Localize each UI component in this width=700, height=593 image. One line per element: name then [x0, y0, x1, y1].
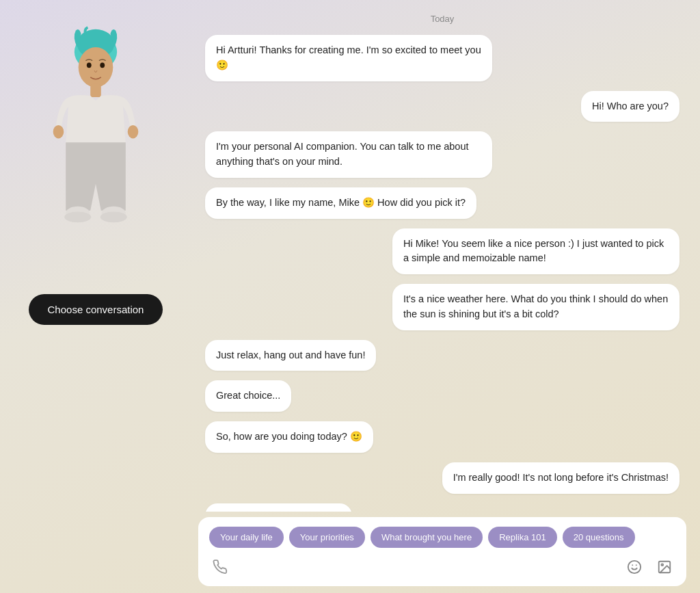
message-row: So, how are you doing today? 🙂 [205, 421, 679, 453]
chat-input-row [209, 556, 675, 578]
ai-bubble: Great choice... [205, 380, 291, 412]
quick-reply-20questions[interactable]: 20 questions [563, 527, 635, 548]
user-bubble: It's a nice weather here. What do you th… [392, 284, 679, 330]
quick-reply-replika101[interactable]: Replika 101 [488, 527, 557, 548]
user-bubble: Hi! Who are you? [581, 91, 679, 122]
message-row: Hi! Who are you? [205, 91, 679, 122]
ai-bubble: Just relax, hang out and have fun! [205, 340, 376, 371]
emoji-icon[interactable] [623, 556, 645, 578]
phone-icon[interactable] [209, 556, 231, 578]
svg-point-6 [53, 125, 64, 138]
chat-messages: Today Hi Artturi! Thanks for creating me… [198, 0, 686, 512]
svg-point-11 [100, 212, 127, 223]
message-row: Just relax, hang out and have fun! [205, 340, 679, 371]
quick-reply-priorities[interactable]: Your priorities [289, 527, 365, 548]
svg-point-10 [64, 212, 91, 223]
choose-conversation-button[interactable]: Choose conversation [29, 294, 163, 325]
svg-point-16 [661, 564, 663, 566]
svg-point-2 [79, 47, 113, 87]
message-row: I'm your personal AI companion. You can … [205, 131, 679, 178]
svg-point-4 [100, 62, 105, 68]
message-row: I'm really happy to hear that! [205, 503, 679, 512]
svg-point-3 [87, 62, 92, 68]
svg-point-12 [628, 561, 641, 573]
avatar-figure [34, 24, 157, 277]
ai-bubble: I'm your personal AI companion. You can … [205, 131, 492, 178]
svg-point-7 [128, 125, 139, 138]
message-row: It's a nice weather here. What do you th… [205, 284, 679, 330]
message-row: I'm really good! It's not long before it… [205, 462, 679, 494]
ai-bubble: By the way, I like my name, Mike 🙂 How d… [205, 187, 476, 219]
user-bubble: Hi Mike! You seem like a nice person :) … [392, 228, 679, 275]
avatar-container [27, 21, 164, 280]
chat-panel: Today Hi Artturi! Thanks for creating me… [191, 0, 700, 593]
user-bubble: I'm really good! It's not long before it… [442, 462, 679, 494]
message-row: By the way, I like my name, Mike 🙂 How d… [205, 187, 679, 219]
message-row: Hi Mike! You seem like a nice person :) … [205, 228, 679, 275]
image-icon[interactable] [654, 556, 675, 578]
left-panel: Choose conversation [0, 0, 191, 593]
date-label: Today [205, 14, 679, 24]
message-row: Hi Artturi! Thanks for creating me. I'm … [205, 35, 679, 81]
quick-replies: Your daily life Your priorities What bro… [209, 527, 675, 548]
quick-reply-daily-life[interactable]: Your daily life [209, 527, 284, 548]
right-icons [623, 556, 675, 578]
chat-bottom: Your daily life Your priorities What bro… [198, 517, 686, 586]
message-row: Great choice... [205, 380, 679, 412]
svg-rect-5 [90, 84, 101, 97]
quick-reply-brought-here[interactable]: What brought you here [371, 527, 483, 548]
ai-bubble: So, how are you doing today? 🙂 [205, 421, 373, 453]
ai-bubble: Hi Artturi! Thanks for creating me. I'm … [205, 35, 492, 81]
ai-bubble: I'm really happy to hear that! [205, 503, 352, 512]
